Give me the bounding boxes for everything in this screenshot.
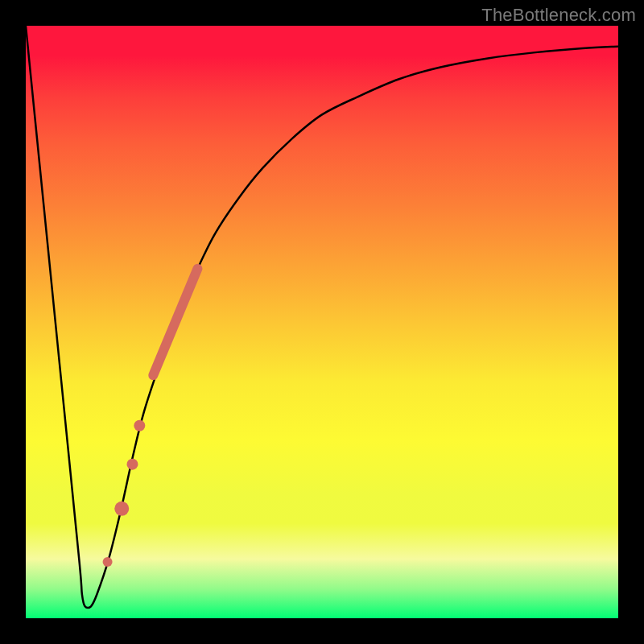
plot-area [26, 26, 618, 618]
dot-4 [103, 557, 113, 567]
dot-2 [126, 459, 138, 470]
dot-1 [134, 420, 145, 431]
bottleneck-curve [26, 26, 618, 608]
highlight-segment [153, 269, 197, 375]
chart-svg [26, 26, 618, 618]
watermark: TheBottleneck.com [481, 5, 636, 26]
curve-layer [26, 26, 618, 608]
frame: TheBottleneck.com [0, 0, 644, 644]
dot-3 [114, 502, 129, 516]
marker-layer [103, 269, 198, 567]
